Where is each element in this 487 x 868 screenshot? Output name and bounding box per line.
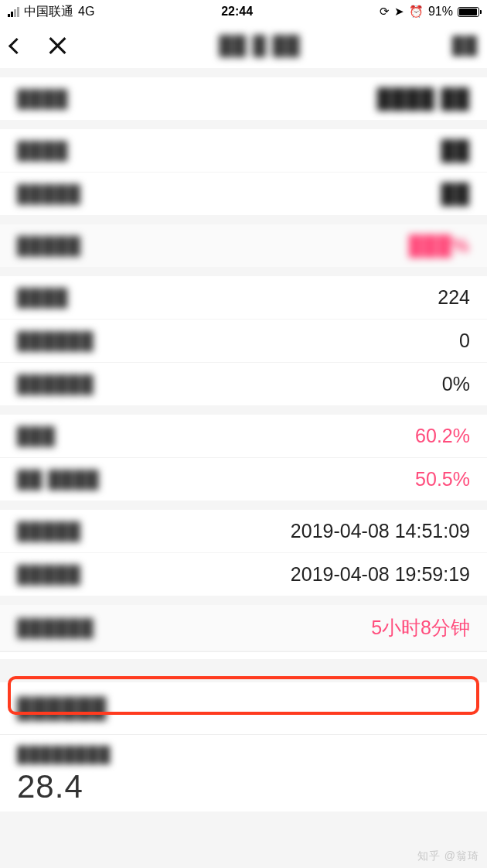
row-s2-1: ████ ██ [0,129,487,173]
receipt-divider [0,651,487,659]
rotation-lock-icon: ⟳ [380,5,390,19]
row-value: ██ [441,183,470,205]
alarm-icon: ⏰ [409,5,424,19]
location-icon: ➤ [394,5,404,19]
section-7: ██████ 5小时8分钟 [0,605,487,659]
row-value: 224 [438,286,470,309]
row-value: 50.5% [415,468,470,490]
section-5: ███ 60.2% ██ ████ 50.5% [0,415,487,501]
back-icon[interactable] [9,37,25,53]
row-value: 0 [459,330,470,352]
row-label: ████ [17,288,68,308]
battery-percent: 91% [428,5,453,19]
row-label: ████ [17,141,68,161]
nav-bar: ██ █ ██ ██ [0,23,487,68]
row-label: █████ [17,236,81,256]
network-label: 4G [78,5,94,19]
row-s4-2: ██████ 0 [0,320,487,363]
status-time: 22:44 [221,5,253,19]
footer-section: ██████ ████████ 28.4 [0,682,487,812]
row-label: ██████ [17,331,94,351]
row-label: █████ [17,521,81,542]
footer-sublabel: ████████ [17,746,470,764]
row-value: ███% [409,234,470,257]
battery-icon [458,7,479,17]
status-right: ⟳ ➤ ⏰ 91% [380,5,479,19]
carrier-label: 中国联通 [24,4,73,20]
close-icon[interactable] [47,36,67,56]
row-label: ███ [17,426,56,446]
watermark: 知乎 @翁琦 [417,849,479,863]
row-s4-3: ██████ 0% [0,363,487,405]
signal-icon [8,7,19,17]
footer-heading: ██████ [17,696,470,720]
row-s7-1: ██████ 5小时8分钟 [0,605,487,651]
section-2: ████ ██ █████ ██ [0,129,487,215]
row-value: 5小时8分钟 [371,615,470,641]
row-value: 60.2% [415,425,470,447]
section-6: █████ 2019-04-08 14:51:09 █████ 2019-04-… [0,510,487,596]
section-3: █████ ███% [0,224,487,267]
footer-value: 28.4 [17,768,470,805]
row-s4-1: ████ 224 [0,276,487,320]
row-label: ██████ [17,374,94,395]
row-label: ██████ [17,618,94,638]
row-label: ████ [17,89,68,109]
row-label: █████ [17,184,81,204]
row-s5-2: ██ ████ 50.5% [0,458,487,501]
row-s5-1: ███ 60.2% [0,415,487,458]
row-value: ████ ██ [377,87,470,110]
row-label: ██ ████ [17,470,100,490]
status-left: 中国联通 4G [8,4,94,20]
row-value: 2019-04-08 19:59:19 [291,563,470,586]
row-value: 2019-04-08 14:51:09 [291,520,470,542]
nav-action[interactable]: ██ [452,36,478,56]
row-label: █████ [17,565,81,585]
row-value: 0% [442,373,470,395]
section-4: ████ 224 ██████ 0 ██████ 0% [0,276,487,405]
page-title: ██ █ ██ [219,35,300,56]
status-bar: 中国联通 4G 22:44 ⟳ ➤ ⏰ 91% [0,0,487,23]
row-s6-1: █████ 2019-04-08 14:51:09 [0,510,487,553]
row-s1-1: ████ ████ ██ [0,77,487,120]
row-s2-2: █████ ██ [0,173,487,215]
section-1: ████ ████ ██ [0,77,487,120]
row-value: ██ [441,139,470,162]
content: ████ ████ ██ ████ ██ █████ ██ █████ ███%… [0,77,487,812]
row-s6-2: █████ 2019-04-08 19:59:19 [0,553,487,596]
row-s3-1: █████ ███% [0,224,487,267]
